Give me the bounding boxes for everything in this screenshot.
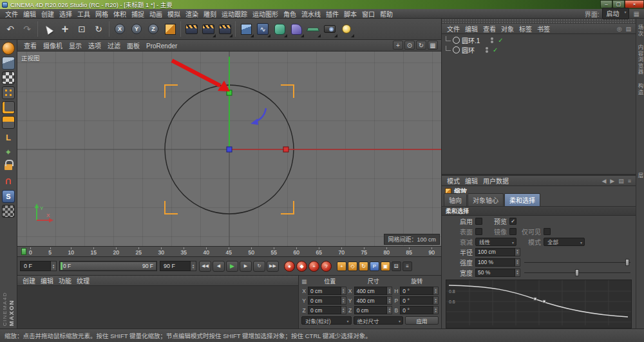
menu-item[interactable]: 流水线: [299, 11, 323, 18]
position-field[interactable]: 0 cm▴▾: [308, 306, 346, 314]
transport-button[interactable]: ↻: [253, 261, 265, 272]
x-axis-lock-icon[interactable]: X: [111, 20, 128, 38]
panel-icon[interactable]: ▤: [616, 178, 626, 184]
layers-side-tab[interactable]: 层: [636, 169, 644, 182]
menu-item[interactable]: 工具: [75, 11, 93, 18]
viewport-menu-item[interactable]: 摄像机: [40, 43, 66, 50]
material-menu-item[interactable]: 纹理: [74, 276, 92, 285]
keyframe-toggle[interactable]: ◇: [348, 261, 357, 271]
undo-icon[interactable]: ↶: [2, 20, 19, 38]
y-axis-lock-icon[interactable]: Y: [128, 20, 145, 38]
history-forward-icon[interactable]: ▶: [608, 178, 616, 184]
object-manager-menu-item[interactable]: 标签: [516, 26, 535, 33]
workplane-mode-icon[interactable]: L: [2, 131, 15, 144]
menu-item[interactable]: 窗口: [359, 11, 377, 18]
attribute-menu-item[interactable]: 编辑: [462, 178, 480, 185]
enable-axis-icon[interactable]: ⌖: [2, 146, 15, 158]
point-mode-icon[interactable]: [2, 86, 15, 99]
object-manager-menu-item[interactable]: 书签: [535, 26, 553, 33]
position-field[interactable]: 0 cm▴▾: [308, 296, 346, 305]
keyframe-toggle[interactable]: ⚄: [392, 261, 401, 271]
viewport-menu-item[interactable]: 过滤: [104, 43, 124, 50]
view-zoom-icon[interactable]: ⊙: [404, 41, 415, 50]
falloff-dropdown[interactable]: 线性▾: [475, 238, 516, 246]
surface-checkbox[interactable]: [475, 228, 482, 235]
frame-spinner[interactable]: ▴▾: [51, 261, 57, 271]
options-menu-icon[interactable]: ≡: [626, 178, 633, 184]
enable-toggle[interactable]: ✓: [498, 37, 503, 44]
tab-soft-selection[interactable]: 柔和选择: [504, 193, 540, 206]
record-button[interactable]: +: [308, 261, 319, 272]
object-tree[interactable]: 圆环.1 ✓ 圆环 ✓: [442, 34, 636, 174]
menu-item[interactable]: 运动图形: [250, 11, 281, 18]
coords-mode-dropdown[interactable]: 对象(相对)▾: [301, 316, 352, 325]
history-back-icon[interactable]: ◀: [600, 178, 608, 184]
make-editable-icon[interactable]: [2, 42, 15, 55]
redo-icon[interactable]: ↷: [19, 20, 35, 38]
coordinate-system-icon[interactable]: [162, 20, 178, 38]
visibility-toggle[interactable]: [491, 37, 493, 43]
viewport-menu-item[interactable]: 选项: [85, 43, 104, 50]
size-field[interactable]: 0 cm▴▾: [354, 306, 393, 314]
keyframe-toggle[interactable]: P: [370, 261, 379, 271]
mirror-checkbox[interactable]: [509, 228, 516, 235]
scale-tool-icon[interactable]: ⊡: [73, 20, 90, 38]
object-manager-menu-item[interactable]: 对象: [498, 26, 516, 33]
tab-object-axis[interactable]: 对象轴心: [468, 193, 504, 206]
render-picture-viewer-icon[interactable]: [200, 20, 216, 38]
material-list[interactable]: [17, 286, 298, 328]
attribute-menu-item[interactable]: 用户数据: [480, 178, 511, 185]
viewport-menu-item[interactable]: 查看: [21, 43, 40, 50]
preview-checkbox[interactable]: ✓: [509, 218, 516, 225]
menu-item[interactable]: 创建: [39, 11, 57, 18]
enable-checkbox[interactable]: [475, 218, 482, 225]
transport-button[interactable]: ▶: [240, 261, 252, 272]
power-slider[interactable]: 0 F90 F: [59, 261, 157, 271]
falloff-mode-dropdown[interactable]: 全部▾: [544, 238, 585, 246]
rotate-tool-icon[interactable]: ↻: [90, 20, 107, 38]
keyframe-toggle[interactable]: ≡: [402, 261, 412, 271]
tab-axis[interactable]: 轴向: [444, 193, 467, 206]
transport-button[interactable]: ◀◀: [199, 261, 211, 272]
playhead[interactable]: [61, 262, 62, 270]
layout-panel-icon[interactable]: ▦: [632, 10, 641, 17]
transport-button[interactable]: ▶▶: [267, 261, 279, 272]
quantize-icon[interactable]: [2, 205, 15, 218]
object-manager-menu-item[interactable]: 文件: [444, 26, 462, 33]
position-field[interactable]: 0 cm▴▾: [308, 287, 346, 295]
light-icon[interactable]: [338, 20, 355, 38]
keyframe-toggle[interactable]: ▣: [381, 261, 390, 271]
keyframe-toggle[interactable]: +: [337, 261, 346, 271]
viewport-canvas[interactable]: Y X 正视图 网格间距：100 cm: [17, 52, 441, 246]
rotation-field[interactable]: 0 °▴▾: [400, 296, 439, 305]
dock-side-tab[interactable]: 内容浏览器: [636, 41, 644, 79]
snap-magnet-icon[interactable]: U: [2, 175, 15, 188]
strength-slider[interactable]: [523, 258, 632, 267]
record-button[interactable]: ◆: [296, 261, 307, 272]
size-field[interactable]: 400 cm▴▾: [354, 287, 393, 295]
menu-item[interactable]: 体积: [111, 11, 129, 18]
transport-button[interactable]: ◀: [213, 261, 225, 272]
bend-deformer-icon[interactable]: [288, 20, 305, 38]
size-mode-dropdown[interactable]: 绝对尺寸▾: [354, 316, 404, 325]
viewport-menu-item[interactable]: 显示: [66, 43, 85, 50]
move-tool-icon[interactable]: +: [57, 20, 73, 38]
object-manager-menu-item[interactable]: 查看: [480, 26, 498, 33]
apply-button[interactable]: 应用: [405, 316, 439, 325]
render-settings-icon[interactable]: [216, 20, 233, 38]
primitive-cube-icon[interactable]: [238, 20, 254, 38]
soft-selection-section[interactable]: 柔和选择: [442, 207, 636, 216]
timeline-ruler[interactable]: 051015202530354045505560657075808590: [17, 247, 441, 257]
menu-item[interactable]: 运动跟踪: [219, 11, 250, 18]
viewport-menu-item[interactable]: 面板: [124, 43, 143, 50]
view-pan-icon[interactable]: +: [393, 41, 403, 50]
dock-side-tab[interactable]: 构造: [636, 80, 644, 99]
falloff-curve-editor[interactable]: 0.8 0.6: [446, 280, 632, 328]
object-row[interactable]: 圆环 ✓: [442, 45, 636, 55]
model-mode-icon[interactable]: [2, 57, 15, 70]
menu-item[interactable]: 文件: [3, 11, 21, 18]
strength-field[interactable]: 100 %▴▾: [475, 258, 520, 267]
filter-icon[interactable]: ▤: [623, 26, 633, 32]
end-frame-field[interactable]: 90 F ▴▾: [160, 261, 196, 271]
render-view-icon[interactable]: [183, 20, 200, 38]
